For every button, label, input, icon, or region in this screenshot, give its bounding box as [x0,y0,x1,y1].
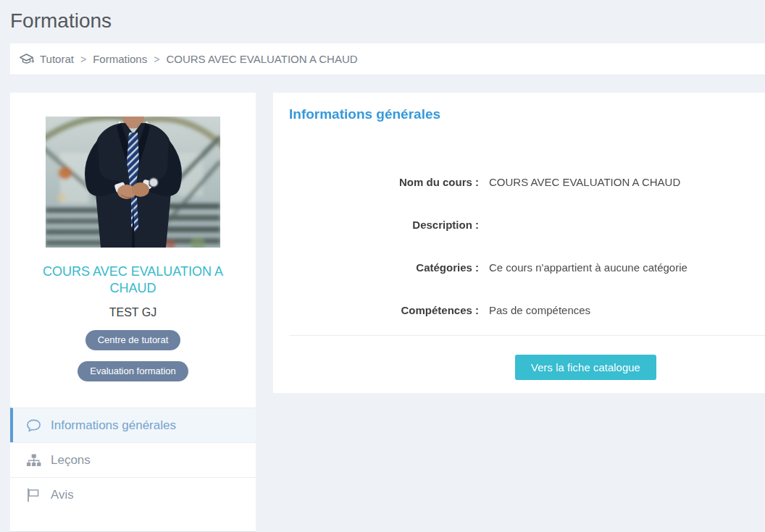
menu-item-label: Avis [51,488,74,502]
course-title: COURS AVEC EVALUATION A CHAUD [22,263,244,297]
breadcrumb-item-formations[interactable]: Formations [93,53,147,65]
course-fields: Nom du cours : COURS AVEC EVALUATION A C… [273,174,765,318]
course-cover-photo [46,117,220,248]
menu-item-label: Informations générales [51,418,176,433]
menu-item-lecons[interactable]: Leçons [10,442,256,477]
course-card: COURS AVEC EVALUATION A CHAUD TEST GJ Ce… [10,93,256,532]
content-row: COURS AVEC EVALUATION A CHAUD TEST GJ Ce… [10,93,765,532]
badge-centre-de-tutorat[interactable]: Centre de tutorat [85,330,181,350]
page: Formations Tutorat > Formations > COURS … [0,0,765,532]
page-title: Formations [0,0,765,33]
breadcrumb: Tutorat > Formations > COURS AVEC EVALUA… [10,43,765,75]
field-value: Ce cours n'appartient à aucune catégorie [489,260,687,275]
breadcrumb-separator: > [154,54,159,65]
businessman-figure [85,117,182,248]
field-value: COURS AVEC EVALUATION A CHAUD [489,174,680,190]
breadcrumb-item-current: COURS AVEC EVALUATION A CHAUD [166,53,357,65]
field-label: Nom du cours : [273,174,479,190]
breadcrumb-item-tutorat[interactable]: Tutorat [40,53,74,65]
divider [289,335,765,336]
flag-icon [26,488,41,502]
menu-item-informations-generales[interactable]: Informations générales [10,408,256,442]
field-value: Pas de compétences [489,303,590,318]
field-nom-du-cours: Nom du cours : COURS AVEC EVALUATION A C… [273,174,765,190]
menu-item-label: Leçons [51,453,91,468]
field-label: Description : [273,217,479,232]
course-menu: Informations générales Le [10,408,256,512]
field-competences: Compétences : Pas de compétences [273,303,765,318]
informations-generales-panel: Informations générales Nom du cours : CO… [273,93,765,393]
field-label: Catégories : [273,260,479,275]
app-window: Formations Tutorat > Formations > COURS … [0,0,765,532]
field-label: Compétences : [273,303,479,318]
badge-evaluation-formation[interactable]: Evaluation formation [78,361,188,381]
comment-icon [26,418,41,433]
graduation-cap-icon [19,53,34,66]
field-categories: Catégories : Ce cours n'appartient à auc… [273,260,765,275]
catalog-button[interactable]: Vers la fiche catalogue [515,355,656,380]
course-subtitle: TEST GJ [109,306,157,319]
field-description: Description : [273,217,765,232]
breadcrumb-separator: > [80,54,86,65]
sitemap-icon [26,453,41,468]
menu-item-avis[interactable]: Avis [10,477,256,512]
panel-heading: Informations générales [273,105,765,124]
